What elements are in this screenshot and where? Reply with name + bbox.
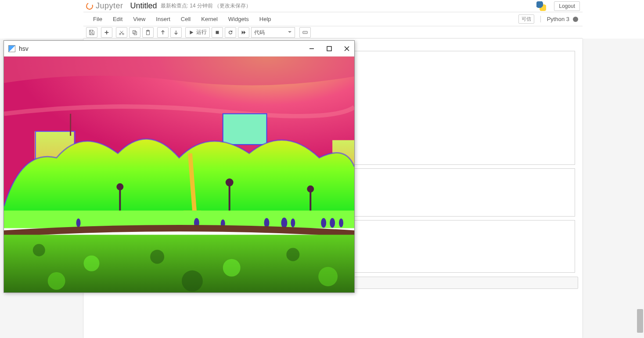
- svg-point-34: [33, 244, 45, 256]
- app-name-label: Jupyter: [96, 1, 123, 11]
- document-title[interactable]: Untitled: [130, 1, 157, 11]
- command-palette-button[interactable]: [299, 27, 311, 38]
- svg-point-28: [281, 217, 287, 228]
- kernel-indicator[interactable]: Python 3: [540, 16, 578, 22]
- svg-rect-12: [223, 114, 267, 144]
- svg-point-38: [286, 248, 299, 261]
- logout-button[interactable]: Logout: [554, 1, 580, 11]
- menubar: File Edit View Insert Cell Kernel Widget…: [83, 12, 583, 26]
- notebook-header: Jupyter Untitled 最新检查点: 14 分钟前 （更改未保存） L…: [83, 0, 583, 39]
- copy-button[interactable]: [129, 27, 140, 38]
- window-minimize-button[interactable]: [309, 46, 315, 52]
- svg-point-18: [117, 184, 122, 189]
- move-up-button[interactable]: [157, 27, 169, 38]
- kernel-status-icon: [573, 17, 578, 22]
- svg-point-24: [76, 218, 81, 227]
- opencv-window[interactable]: hsv: [4, 40, 355, 293]
- svg-point-32: [339, 218, 343, 227]
- kernel-name-label: Python 3: [547, 16, 569, 22]
- jupyter-logo[interactable]: Jupyter: [86, 1, 123, 11]
- cut-button[interactable]: [116, 27, 127, 38]
- svg-point-22: [308, 186, 313, 192]
- opencv-image-canvas: [4, 57, 354, 292]
- svg-point-20: [227, 179, 233, 185]
- restart-run-all-button[interactable]: [238, 27, 249, 38]
- window-close-button[interactable]: [344, 46, 350, 52]
- svg-point-31: [330, 218, 335, 228]
- svg-point-29: [291, 218, 295, 227]
- python-logo-icon: [536, 1, 546, 11]
- cell-type-select-wrap: 代码: [251, 27, 295, 38]
- opencv-titlebar[interactable]: hsv: [4, 41, 354, 57]
- toolbar: 运行 代码: [83, 26, 583, 39]
- menu-kernel[interactable]: Kernel: [196, 16, 223, 22]
- svg-point-35: [84, 256, 100, 271]
- play-icon: [188, 29, 194, 36]
- checkpoint-label: 最新检查点: 14 分钟前 （更改未保存）: [161, 2, 252, 10]
- svg-point-37: [223, 259, 241, 277]
- menu-view[interactable]: View: [128, 16, 151, 22]
- run-button[interactable]: 运行: [185, 27, 210, 38]
- opencv-app-icon: [8, 45, 15, 52]
- svg-point-39: [318, 267, 338, 286]
- svg-point-40: [48, 272, 65, 290]
- restart-button[interactable]: [225, 27, 236, 38]
- header-top-row: Jupyter Untitled 最新检查点: 14 分钟前 （更改未保存） L…: [83, 0, 583, 12]
- opencv-window-title: hsv: [19, 45, 29, 52]
- svg-point-41: [182, 270, 203, 292]
- insert-cell-below-button[interactable]: [101, 27, 112, 38]
- cell-type-select[interactable]: 代码: [251, 27, 295, 38]
- jupyter-logo-icon: [85, 1, 94, 11]
- menu-widgets[interactable]: Widgets: [223, 16, 254, 22]
- svg-rect-8: [327, 46, 331, 51]
- save-button[interactable]: [86, 27, 97, 38]
- move-down-button[interactable]: [170, 27, 182, 38]
- interrupt-button[interactable]: [212, 27, 223, 38]
- menu-file[interactable]: File: [88, 16, 108, 22]
- svg-point-36: [150, 250, 164, 264]
- svg-rect-6: [216, 31, 219, 34]
- run-label: 运行: [196, 28, 207, 36]
- menu-insert[interactable]: Insert: [151, 16, 176, 22]
- svg-point-30: [321, 218, 326, 228]
- menu-edit[interactable]: Edit: [108, 16, 128, 22]
- scrollbar-thumb[interactable]: [637, 309, 643, 333]
- trusted-indicator[interactable]: 可信: [518, 14, 534, 24]
- window-maximize-button[interactable]: [326, 46, 332, 52]
- paste-button[interactable]: [142, 27, 154, 38]
- menu-cell[interactable]: Cell: [176, 16, 196, 22]
- menu-help[interactable]: Help: [254, 16, 277, 22]
